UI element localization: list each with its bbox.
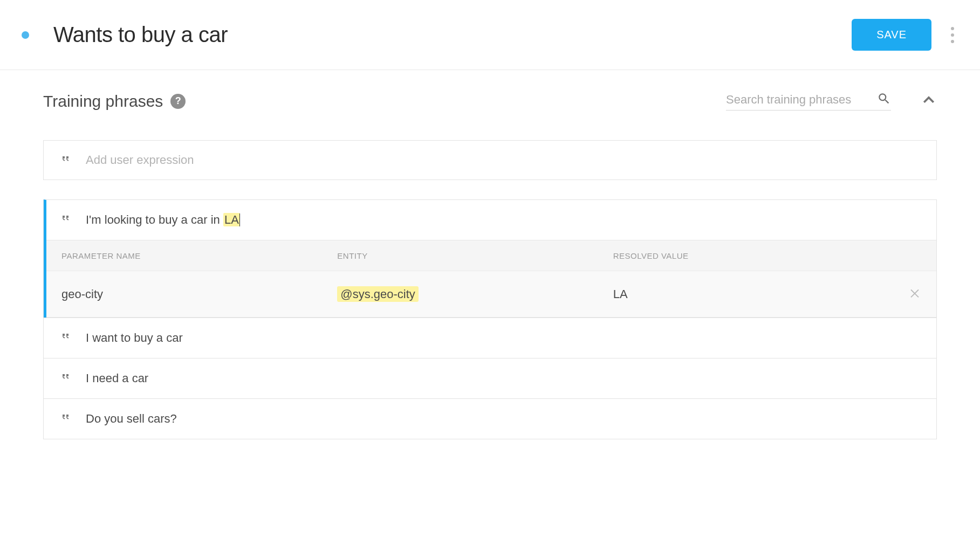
page-title[interactable]: Wants to buy a car bbox=[53, 23, 852, 47]
text-caret bbox=[239, 213, 240, 226]
training-phrase-text[interactable]: I need a car bbox=[86, 371, 148, 385]
training-phrase-text[interactable]: I want to buy a car bbox=[86, 331, 183, 345]
training-phrase-row[interactable]: I want to buy a car bbox=[44, 318, 936, 358]
col-header-resolved-value: RESOLVED VALUE bbox=[613, 251, 889, 260]
section-title: Training phrases bbox=[43, 92, 163, 111]
save-button[interactable]: SAVE bbox=[852, 19, 931, 51]
add-expression-input[interactable] bbox=[86, 153, 921, 167]
chevron-up-icon[interactable] bbox=[921, 92, 937, 111]
quote-icon bbox=[59, 212, 74, 228]
delete-parameter-icon[interactable] bbox=[908, 286, 921, 302]
param-entity-chip[interactable]: @sys.geo-city bbox=[337, 286, 418, 302]
param-resolved-cell[interactable]: LA bbox=[613, 287, 889, 301]
add-expression-row[interactable] bbox=[43, 140, 937, 180]
training-phrase-row[interactable]: I'm looking to buy a car in LA bbox=[44, 199, 936, 240]
training-phrase-text[interactable]: I'm looking to buy a car in LA bbox=[86, 213, 240, 227]
page-header: Wants to buy a car SAVE bbox=[0, 0, 980, 70]
phrase-list: I'm looking to buy a car in LA PARAMETER… bbox=[43, 199, 937, 439]
training-phrase-row[interactable]: Do you sell cars? bbox=[44, 398, 936, 439]
quote-icon bbox=[59, 153, 74, 168]
search-training-input-wrap[interactable] bbox=[726, 92, 891, 111]
help-icon[interactable]: ? bbox=[170, 94, 186, 109]
quote-icon bbox=[59, 370, 74, 387]
entity-highlight[interactable]: LA bbox=[223, 213, 240, 226]
phrase-prefix: I'm looking to buy a car in bbox=[86, 213, 223, 226]
param-name-cell[interactable]: geo-city bbox=[61, 287, 337, 301]
search-training-input[interactable] bbox=[726, 93, 877, 107]
parameter-header-row: PARAMETER NAME ENTITY RESOLVED VALUE bbox=[46, 240, 936, 271]
search-icon[interactable] bbox=[877, 92, 891, 108]
section-header: Training phrases ? bbox=[43, 92, 937, 111]
quote-icon bbox=[59, 411, 74, 427]
parameter-row[interactable]: geo-city @sys.geo-city LA bbox=[46, 271, 936, 318]
col-header-parameter-name: PARAMETER NAME bbox=[61, 251, 337, 260]
more-menu-icon[interactable] bbox=[947, 23, 958, 47]
status-dot-icon bbox=[22, 31, 29, 39]
quote-icon bbox=[59, 330, 74, 346]
training-phrase-row[interactable]: I need a car bbox=[44, 358, 936, 398]
parameter-table: PARAMETER NAME ENTITY RESOLVED VALUE geo… bbox=[44, 240, 936, 318]
training-phrases-section: Training phrases ? bbox=[0, 70, 980, 439]
col-header-entity: ENTITY bbox=[337, 251, 613, 260]
training-phrase-text[interactable]: Do you sell cars? bbox=[86, 412, 177, 426]
